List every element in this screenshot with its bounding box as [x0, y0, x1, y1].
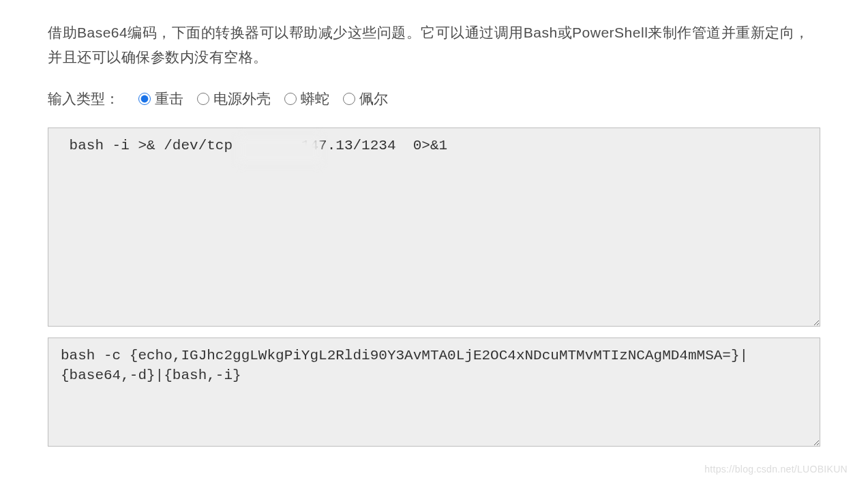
radio-perl[interactable] [343, 93, 355, 105]
command-input-textarea[interactable] [48, 127, 820, 327]
radio-python-label: 蟒蛇 [301, 89, 329, 108]
input-type-row: 输入类型： 重击 电源外壳 蟒蛇 佩尔 [48, 89, 820, 108]
radio-python[interactable] [284, 93, 297, 105]
description-text: 借助Base64编码，下面的转换器可以帮助减少这些问题。它可以通过调用Bash或… [48, 20, 820, 69]
radio-powershell[interactable] [197, 93, 209, 105]
radio-powershell-label: 电源外壳 [213, 89, 271, 108]
radio-option-perl[interactable]: 佩尔 [343, 89, 388, 108]
radio-bash[interactable] [138, 93, 151, 105]
input-type-label: 输入类型： [48, 89, 119, 108]
textarea-output-wrap [48, 338, 820, 449]
textarea-input-wrap [48, 127, 820, 338]
command-output-textarea[interactable] [48, 338, 820, 447]
radio-group: 重击 电源外壳 蟒蛇 佩尔 [138, 89, 388, 108]
radio-option-powershell[interactable]: 电源外壳 [197, 89, 271, 108]
radio-perl-label: 佩尔 [359, 89, 388, 108]
radio-option-bash[interactable]: 重击 [138, 89, 183, 108]
watermark-text: https://blog.csdn.net/LUOBIKUN [704, 464, 848, 475]
radio-option-python[interactable]: 蟒蛇 [284, 89, 329, 108]
radio-bash-label: 重击 [155, 89, 183, 108]
